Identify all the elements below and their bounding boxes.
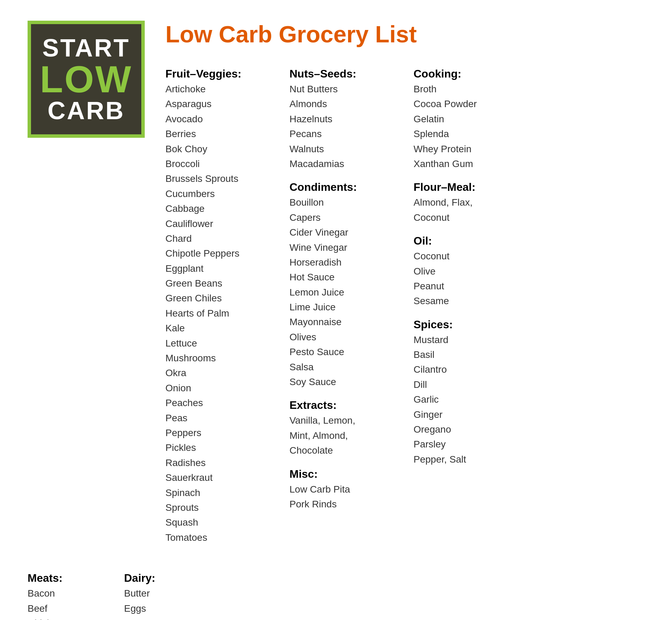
condiments-items: BouillonCapersCider VinegarWine VinegarH… (289, 195, 403, 389)
dairy-items: ButterEggsHeavy CreamGreek YogurtSour Cr… (124, 586, 224, 620)
section-title-spices: Spices: (414, 318, 527, 331)
section-title-condiments: Condiments: (289, 181, 403, 194)
logo-box: START LOW CARB (28, 21, 145, 138)
full-content: Meats: BaconBeefChickenHamJerkyPastramiP… (28, 562, 644, 620)
col-cooking-spices: Cooking: BrothCocoa PowderGelatinSplenda… (414, 58, 538, 545)
flour-items: Almond, Flax,Coconut (414, 195, 527, 225)
section-title-cooking: Cooking: (414, 68, 527, 80)
section-title-misc: Misc: (289, 468, 403, 480)
col-nuts-condiments: Nuts–Seeds: Nut ButtersAlmondsHazelnutsP… (289, 58, 414, 545)
section-title-meats: Meats: (28, 572, 114, 585)
section-title-nuts: Nuts–Seeds: (289, 68, 403, 80)
columns-area: Fruit–Veggies: ArtichokeAsparagusAvocado… (165, 58, 644, 545)
right-section: Low Carb Grocery List Fruit–Veggies: Art… (165, 21, 644, 545)
section-title-flour: Flour–Meal: (414, 181, 527, 194)
logo-start: START (42, 35, 130, 60)
cooking-items: BrothCocoa PowderGelatinSplendaWhey Prot… (414, 82, 527, 171)
col-meats-seafood: Meats: BaconBeefChickenHamJerkyPastramiP… (28, 562, 124, 620)
col-fruit-veggies: Fruit–Veggies: ArtichokeAsparagusAvocado… (165, 58, 289, 545)
meats-items: BaconBeefChickenHamJerkyPastramiPepperon… (28, 586, 114, 620)
extracts-items: Vanilla, Lemon,Mint, Almond,Chocolate (289, 413, 403, 458)
logo-outer: START LOW CARB (28, 21, 145, 138)
col-dairy-cheese: Dairy: ButterEggsHeavy CreamGreek Yogurt… (124, 562, 234, 620)
oil-items: CoconutOlivePeanutSesame (414, 249, 527, 309)
page-title: Low Carb Grocery List (165, 21, 644, 48)
section-title-oil: Oil: (414, 235, 527, 247)
logo-carb: CARB (48, 98, 125, 123)
section-title-extracts: Extracts: (289, 399, 403, 412)
page-container: START LOW CARB Low Carb Grocery List Fru… (28, 21, 644, 620)
section-title-dairy: Dairy: (124, 572, 224, 585)
spacer: VISIT StartLowCarb.com (C 2014) (234, 562, 644, 620)
nuts-items: Nut ButtersAlmondsHazelnutsPecansWalnuts… (289, 82, 403, 171)
section-title-fruit-veggies: Fruit–Veggies: (165, 68, 279, 80)
top-section: START LOW CARB Low Carb Grocery List Fru… (28, 21, 644, 545)
fruit-veggies-items: ArtichokeAsparagusAvocadoBerriesBok Choy… (165, 82, 279, 545)
logo-low: LOW (40, 60, 133, 98)
misc-items: Low Carb PitaPork Rinds (289, 482, 403, 512)
spices-items: MustardBasilCilantroDillGarlicGingerOreg… (414, 332, 527, 467)
